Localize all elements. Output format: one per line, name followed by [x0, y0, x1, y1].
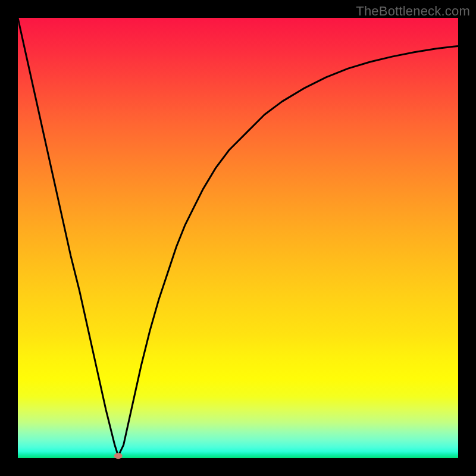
bottleneck-curve [18, 18, 458, 456]
curve-svg [18, 18, 458, 458]
chart-frame: TheBottleneck.com [0, 0, 476, 476]
plot-area [18, 18, 458, 458]
watermark-text: TheBottleneck.com [356, 4, 470, 19]
min-marker [114, 453, 123, 459]
